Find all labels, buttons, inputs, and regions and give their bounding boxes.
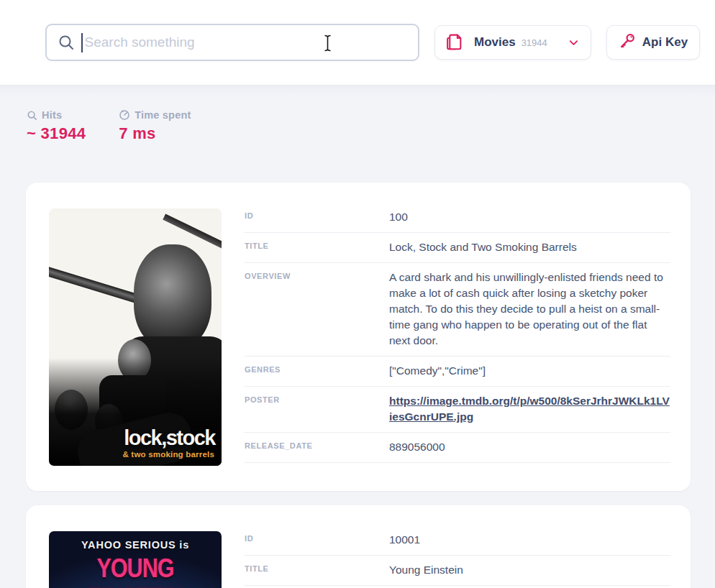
fields-table: ID 100 TITLE Lock, Stock and Two Smoking… bbox=[245, 203, 670, 466]
result-card: YAHOO SERIOUS is YOUNG EINSTEIN ID 10001… bbox=[26, 505, 691, 588]
time-spent-label: Time spent bbox=[135, 109, 191, 121]
field-value: Lock, Stock and Two Smoking Barrels bbox=[389, 239, 670, 255]
field-value: ["Comedy","Crime"] bbox=[389, 363, 670, 379]
field-row-genres: GENRES ["Comedy","Crime"] bbox=[245, 357, 670, 387]
field-row-id: ID 100 bbox=[245, 203, 670, 233]
top-bar: Movies 31944 Api Key bbox=[0, 0, 715, 85]
field-row-poster: POSTER https://image.tmdb.org/t/p/w500/8… bbox=[245, 387, 670, 433]
field-value: Young Einstein bbox=[389, 562, 670, 578]
field-value: 889056000 bbox=[389, 439, 670, 455]
field-value: A card shark and his unwillingly-enliste… bbox=[389, 270, 670, 349]
field-label: POSTER bbox=[245, 393, 389, 425]
key-icon bbox=[619, 32, 636, 52]
poster-url-link[interactable]: https://image.tmdb.org/t/p/w500/8kSerJrh… bbox=[389, 393, 670, 425]
field-row-release-date: RELEASE_DATE 889056000 bbox=[245, 433, 670, 463]
field-label: OVERVIEW bbox=[245, 270, 389, 349]
time-spent-stat: Time spent 7 ms bbox=[119, 109, 191, 143]
results-area: Hits ~ 31944 Time spent 7 ms bbox=[0, 85, 715, 588]
stats-bar: Hits ~ 31944 Time spent 7 ms bbox=[0, 86, 715, 143]
text-caret bbox=[81, 33, 83, 52]
search-input[interactable] bbox=[85, 35, 409, 50]
field-label: GENRES bbox=[245, 363, 389, 379]
field-value: 10001 bbox=[389, 532, 670, 548]
poster-title-text: YOUNG EINSTEIN bbox=[49, 553, 222, 588]
poster-topline-text: YAHOO SERIOUS is bbox=[49, 539, 222, 551]
chevron-down-icon bbox=[568, 37, 579, 48]
search-box[interactable] bbox=[45, 24, 419, 61]
movie-poster-image: YAHOO SERIOUS is YOUNG EINSTEIN bbox=[49, 531, 222, 588]
index-selector-button[interactable]: Movies 31944 bbox=[434, 25, 591, 60]
hits-stat: Hits ~ 31944 bbox=[27, 109, 86, 143]
field-row-title: TITLE Lock, Stock and Two Smoking Barrel… bbox=[245, 233, 670, 263]
hits-search-icon bbox=[27, 110, 37, 121]
api-key-label: Api Key bbox=[642, 35, 688, 50]
fields-table: ID 10001 TITLE Young Einstein OVERVIEW A… bbox=[245, 525, 670, 588]
index-doc-count: 31944 bbox=[522, 37, 547, 48]
movie-poster-image: lock,stock & two smoking barrels bbox=[49, 208, 222, 466]
poster-title-text: lock,stock bbox=[124, 428, 215, 449]
field-value: 100 bbox=[389, 209, 670, 225]
documents-icon bbox=[445, 33, 464, 52]
index-name: Movies bbox=[474, 35, 516, 50]
hits-value: ~ 31944 bbox=[27, 124, 86, 143]
field-row-overview: OVERVIEW A card shark and his unwillingl… bbox=[245, 263, 670, 357]
field-label: ID bbox=[245, 532, 389, 548]
search-icon bbox=[58, 34, 75, 51]
field-label: RELEASE_DATE bbox=[245, 439, 389, 455]
field-label: ID bbox=[245, 209, 389, 225]
field-label: TITLE bbox=[245, 239, 389, 255]
field-label: TITLE bbox=[245, 562, 389, 578]
result-card: lock,stock & two smoking barrels ID 100 … bbox=[26, 183, 691, 491]
field-row-title: TITLE Young Einstein bbox=[245, 556, 670, 586]
hits-label: Hits bbox=[42, 109, 62, 121]
timer-icon bbox=[119, 109, 130, 121]
poster-subtitle-text: & two smoking barrels bbox=[122, 450, 214, 459]
time-spent-value: 7 ms bbox=[119, 124, 191, 143]
api-key-button[interactable]: Api Key bbox=[606, 25, 700, 60]
field-row-id: ID 10001 bbox=[245, 525, 670, 556]
